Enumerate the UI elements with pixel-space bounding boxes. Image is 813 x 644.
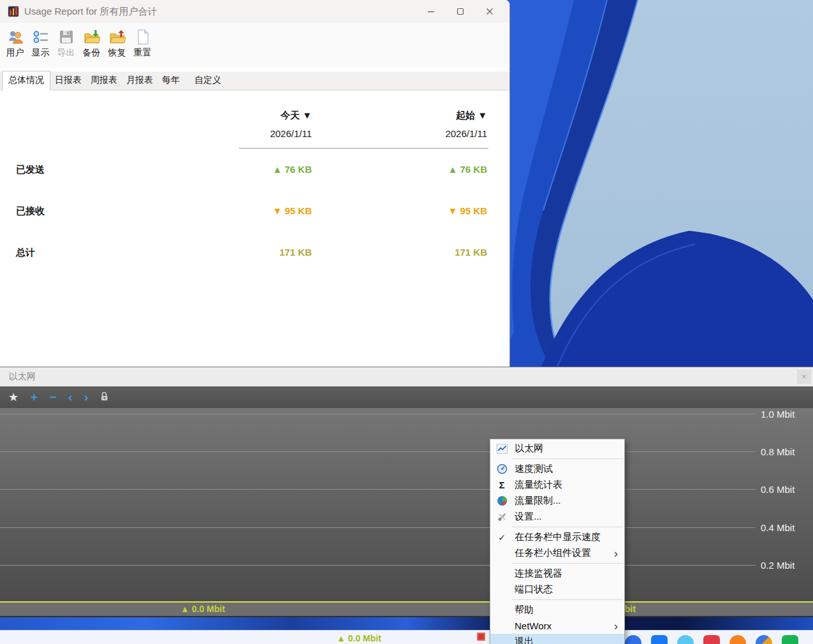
sigma-icon: Σ (495, 479, 508, 491)
menu-item-help[interactable]: 帮助 (490, 602, 624, 618)
submenu-arrow-icon: › (614, 547, 620, 559)
received-since-value: ▼ 95 KB (379, 205, 487, 216)
reset-document-icon (135, 29, 151, 45)
column-date-since: 2026/1/11 (379, 128, 487, 139)
tools-icon (495, 511, 508, 523)
menu-item-label: 帮助 (515, 604, 534, 616)
menu-item-label: 连接监视器 (515, 567, 562, 580)
menu-item-ethernet[interactable]: 以太网 (490, 441, 624, 457)
menu-item-label: 端口状态 (515, 583, 553, 596)
networx-tray-context-menu: 以太网 速度测试 Σ 流量统计表 流量限制... 设置... ✓ (490, 439, 625, 644)
usage-window-titlebar[interactable]: Usage Report for 所有用户合计 (0, 0, 509, 23)
menu-item-quota[interactable]: 流量限制... (490, 493, 624, 509)
toolbar-label: 重置 (134, 47, 152, 59)
pie-chart-icon (495, 495, 508, 507)
submenu-arrow-icon: › (614, 620, 620, 632)
taskbar-app-icon-green[interactable] (782, 635, 798, 644)
axis-tick-label: 0.2 Mbit (761, 560, 812, 571)
taskbar: ▲ 0.0 Mbit (0, 630, 813, 644)
users-icon (7, 29, 24, 45)
window-controls (416, 0, 504, 23)
tab-overview[interactable]: 总体情况 (2, 71, 50, 91)
gridline (0, 565, 756, 566)
menu-item-port-status[interactable]: 端口状态 (490, 582, 624, 597)
reset-button[interactable]: 重置 (130, 26, 155, 68)
zoom-in-button[interactable]: + (29, 390, 40, 404)
toolbar-label: 备份 (83, 47, 101, 59)
backup-folder-icon (84, 29, 100, 45)
lock-icon (100, 392, 108, 401)
menu-item-label: 退出 (515, 636, 534, 644)
tab-monthly[interactable]: 月报表 (122, 71, 157, 90)
display-options-button[interactable]: 显示 (28, 26, 53, 68)
menu-item-taskbar-widget-settings[interactable]: 任务栏小组件设置 › (490, 545, 624, 561)
menu-item-networx[interactable]: NetWorx › (490, 618, 624, 634)
minimize-icon (427, 8, 435, 15)
graph-bottom-band: ▲ 0.0 Mbit ▲ 0.0 Mbit (0, 603, 813, 616)
graph-toolbar: ★ + − ‹ › (0, 386, 813, 408)
backup-button[interactable]: 备份 (79, 26, 104, 68)
menu-item-icon-empty (495, 568, 508, 580)
taskbar-app-icon-multicolor[interactable] (756, 635, 772, 644)
axis-tick-label: 1.0 Mbit (761, 409, 812, 420)
usage-report-table: 今天 ▼ 起始 ▼ 2026/1/11 2026/1/11 已发送 ▲ 76 K… (0, 91, 509, 348)
gridline (0, 451, 756, 452)
menu-item-exit[interactable]: 退出 (490, 634, 624, 644)
menu-item-icon-empty (495, 548, 508, 559)
taskbar-app-icons (625, 635, 798, 644)
tray-icon-red[interactable] (477, 633, 485, 641)
menu-item-label: 设置... (515, 511, 542, 523)
networx-report-app-icon (8, 6, 19, 17)
menu-separator (512, 563, 623, 564)
column-header-today[interactable]: 今天 ▼ (203, 110, 312, 122)
maximize-button[interactable] (446, 0, 475, 23)
zoom-out-button[interactable]: − (48, 390, 59, 404)
sent-since-value: ▲ 76 KB (379, 164, 487, 175)
menu-item-show-speed-in-taskbar[interactable]: ✓ 在任务栏中显示速度 (490, 529, 624, 545)
menu-item-label: 在任务栏中显示速度 (515, 531, 601, 543)
users-button[interactable]: 用户 (3, 26, 27, 68)
total-today-value: 171 KB (203, 247, 312, 258)
desktop: Usage Report for 所有用户合计 用户 (0, 0, 813, 644)
tab-yearly[interactable]: 每年 (157, 71, 184, 90)
restore-button[interactable]: 恢复 (105, 26, 129, 68)
lock-button[interactable] (98, 390, 110, 404)
report-tabstrip: 总体情况 日报表 周报表 月报表 每年 自定义 (0, 71, 509, 91)
graph-close-button[interactable]: × (797, 370, 811, 384)
menu-item-label: 以太网 (515, 443, 543, 455)
usage-report-window: Usage Report for 所有用户合计 用户 (0, 0, 510, 367)
next-button[interactable]: › (82, 390, 90, 404)
menu-separator (512, 458, 623, 459)
menu-item-icon-empty (495, 604, 508, 616)
taskbar-app-icon-blue-square[interactable] (651, 635, 668, 644)
menu-item-connection-monitor[interactable]: 连接监视器 (490, 566, 624, 582)
minimize-button[interactable] (416, 0, 446, 23)
axis-tick-label: 0.4 Mbit (761, 522, 812, 533)
menu-item-settings[interactable]: 设置... (490, 509, 624, 525)
tab-weekly[interactable]: 周报表 (86, 71, 122, 90)
taskbar-app-icon-lightblue[interactable] (677, 635, 694, 644)
taskbar-app-icon-blue-circle[interactable] (625, 635, 641, 644)
taskbar-app-icon-orange[interactable] (729, 635, 746, 644)
close-button[interactable] (475, 0, 504, 23)
graph-titlebar[interactable]: 以太网 × (0, 367, 813, 386)
header-divider (239, 148, 488, 149)
export-button[interactable]: 导出 (54, 26, 78, 68)
menu-item-usage-report[interactable]: Σ 流量统计表 (490, 477, 624, 493)
tab-custom[interactable]: 自定义 (190, 71, 226, 90)
star-button[interactable]: ★ (6, 390, 20, 404)
menu-item-speed-test[interactable]: 速度测试 (490, 461, 624, 477)
taskbar-networx-speed[interactable]: ▲ 0.0 Mbit (337, 633, 381, 643)
maximize-icon (457, 8, 464, 15)
toolbar-label: 显示 (32, 47, 50, 59)
total-since-value: 171 KB (379, 247, 487, 258)
window-title: Usage Report for 所有用户合计 (24, 6, 157, 18)
sent-today-value: ▲ 76 KB (203, 164, 312, 175)
previous-button[interactable]: ‹ (66, 390, 74, 404)
menu-item-label: 任务栏小组件设置 (515, 547, 591, 559)
restore-folder-icon (109, 29, 126, 45)
column-header-since[interactable]: 起始 ▼ (379, 110, 487, 122)
tab-daily[interactable]: 日报表 (50, 71, 86, 90)
gridline (0, 527, 756, 528)
taskbar-app-icon-red[interactable] (703, 635, 720, 644)
